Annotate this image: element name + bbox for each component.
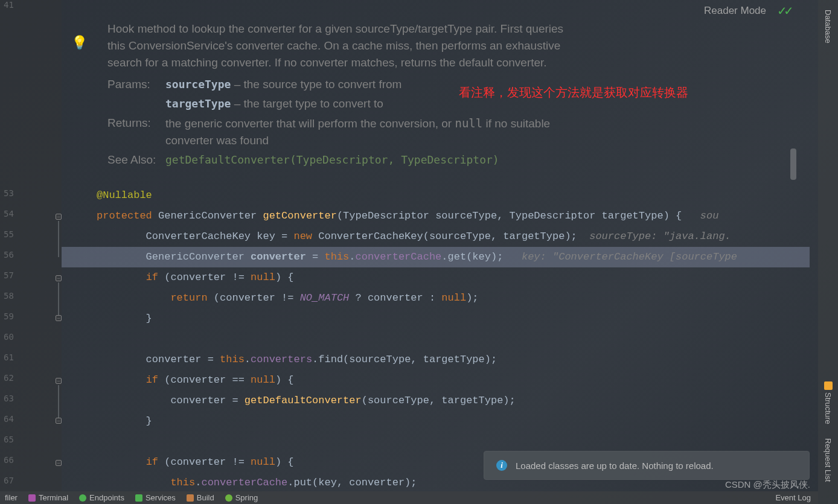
right-tool-window-bar: Database Structure Request List xyxy=(818,0,838,504)
code-line: } xyxy=(97,411,810,432)
tool-request-list-button[interactable]: Request List xyxy=(824,438,833,482)
fold-toggle-icon[interactable]: – xyxy=(56,378,62,384)
line-number[interactable]: 62 xyxy=(4,373,14,383)
build-icon xyxy=(187,494,194,502)
spring-icon xyxy=(225,494,232,502)
line-number[interactable]: 65 xyxy=(4,435,14,444)
tool-spring-button[interactable]: Spring xyxy=(225,493,258,502)
line-number[interactable]: 59 xyxy=(4,311,14,321)
line-number[interactable]: 63 xyxy=(4,394,14,403)
endpoints-icon xyxy=(79,494,86,502)
fold-end-icon[interactable]: – xyxy=(56,315,62,321)
tool-structure-button[interactable]: Structure xyxy=(824,392,833,424)
editor-pane: Reader Mode ✓✓ 💡 看注释，发现这个方法就是获取对应转换器 Hoo… xyxy=(0,0,818,491)
line-number[interactable]: 66 xyxy=(4,455,14,465)
terminal-icon xyxy=(28,494,36,502)
code-line: if (converter != null) { xyxy=(97,267,810,288)
notification-balloon[interactable]: i Loaded classes are up to date. Nothing… xyxy=(484,451,810,480)
gutter: 41 53 54 55 56 57 58 59 60 61 62 63 64 6… xyxy=(0,0,62,491)
watermark-text: CSDN @秃头披风侠. xyxy=(725,479,810,491)
line-number[interactable]: 55 xyxy=(4,229,14,239)
tool-profiler-button[interactable]: filer xyxy=(5,493,18,502)
fold-toggle-icon[interactable]: – xyxy=(56,275,62,281)
code-line: protected GenericConverter getConverter(… xyxy=(97,206,810,226)
line-number[interactable]: 53 xyxy=(4,188,14,198)
fold-toggle-icon[interactable]: – xyxy=(56,214,62,220)
services-icon xyxy=(135,494,142,502)
fold-toggle-icon[interactable]: – xyxy=(56,460,62,466)
tool-database-button[interactable]: Database xyxy=(824,10,833,43)
info-icon: i xyxy=(496,460,507,471)
tool-build-button[interactable]: Build xyxy=(187,493,214,502)
tool-event-log-button[interactable]: Event Log xyxy=(775,493,811,502)
line-number[interactable]: 56 xyxy=(4,250,14,260)
code-line: @Nullable xyxy=(97,185,810,206)
line-number[interactable]: 57 xyxy=(4,270,14,280)
line-number[interactable]: 64 xyxy=(4,414,14,424)
tool-terminal-button[interactable]: Terminal xyxy=(28,493,68,502)
tool-endpoints-button[interactable]: Endpoints xyxy=(79,493,124,502)
structure-icon[interactable] xyxy=(824,381,833,390)
notification-text: Loaded classes are up to date. Nothing t… xyxy=(516,461,714,471)
code-line: } xyxy=(97,308,810,329)
code-line: converter = this.converters.find(sourceT… xyxy=(97,349,810,370)
code-line: ConverterCacheKey key = new ConverterCac… xyxy=(97,226,810,247)
line-number[interactable]: 58 xyxy=(4,291,14,301)
code-editor[interactable]: @Nullable protected GenericConverter get… xyxy=(62,0,810,491)
code-line-current: GenericConverter converter = this.conver… xyxy=(62,247,810,267)
tool-services-button[interactable]: Services xyxy=(135,493,176,502)
bottom-tool-bar: filer Terminal Endpoints Services Build … xyxy=(0,491,818,504)
line-number[interactable]: 67 xyxy=(4,476,14,485)
line-number[interactable]: 60 xyxy=(4,332,14,342)
code-line: converter = getDefaultConverter(sourceTy… xyxy=(97,391,810,411)
code-line: return (converter != NO_MATCH ? converte… xyxy=(97,288,810,308)
code-line: if (converter == null) { xyxy=(97,370,810,391)
scrollbar-thumb[interactable] xyxy=(790,148,796,180)
line-number[interactable]: 61 xyxy=(4,352,14,362)
line-number[interactable]: 54 xyxy=(4,209,14,219)
fold-end-icon[interactable]: – xyxy=(56,418,62,424)
line-number[interactable]: 41 xyxy=(4,0,14,10)
